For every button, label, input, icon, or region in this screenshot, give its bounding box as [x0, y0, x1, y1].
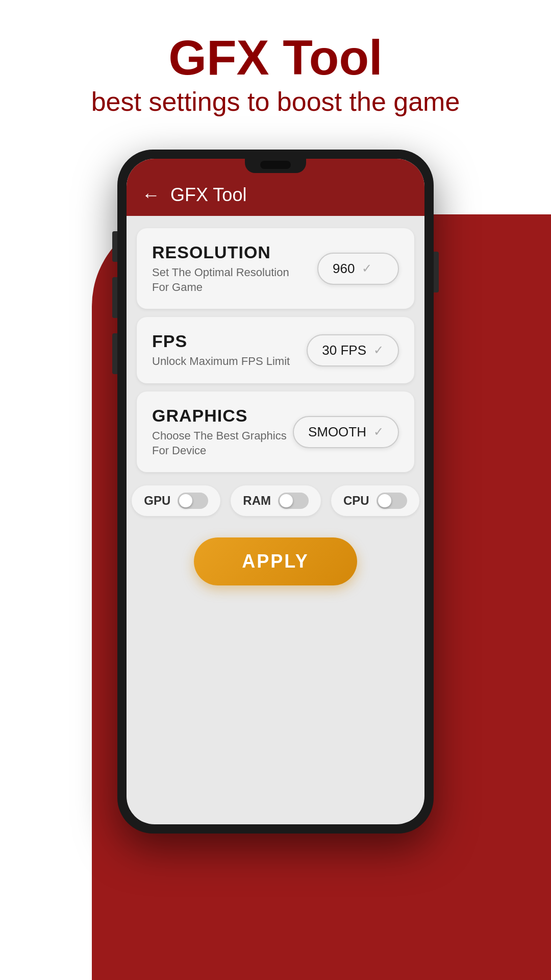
- header: GFX Tool best settings to boost the game: [0, 0, 551, 139]
- side-button-right: [434, 252, 439, 292]
- apply-button-container: APPLY: [137, 529, 414, 601]
- graphics-info: GRAPHICS Choose The Best Graphics For De…: [152, 406, 293, 458]
- cpu-toggle-item: CPU: [331, 485, 419, 516]
- cpu-label: CPU: [343, 494, 369, 508]
- resolution-check-icon: ✓: [362, 261, 372, 276]
- graphics-value: SMOOTH: [308, 424, 366, 440]
- phone-mockup: ← GFX Tool RESOLUTION Set The Optimal Re…: [117, 150, 434, 834]
- resolution-value: 960: [333, 261, 355, 277]
- content-area: RESOLUTION Set The Optimal Resolution Fo…: [127, 216, 424, 824]
- ram-toggle[interactable]: [278, 493, 309, 509]
- header-title: GFX Tool: [0, 31, 551, 85]
- apply-button[interactable]: APPLY: [194, 537, 357, 585]
- app-bar-title: GFX Tool: [170, 184, 246, 206]
- back-button[interactable]: ←: [142, 184, 160, 206]
- side-button-left-1: [112, 231, 117, 262]
- gpu-toggle[interactable]: [178, 493, 208, 509]
- fps-dropdown[interactable]: 30 FPS ✓: [307, 334, 399, 366]
- gpu-toggle-item: GPU: [132, 485, 220, 516]
- header-subtitle: best settings to boost the game: [0, 85, 551, 119]
- side-button-left-3: [112, 333, 117, 374]
- fps-title: FPS: [152, 331, 307, 351]
- fps-desc: Unlock Maximum FPS Limit: [152, 354, 295, 369]
- resolution-dropdown[interactable]: 960 ✓: [317, 253, 399, 285]
- resolution-card: RESOLUTION Set The Optimal Resolution Fo…: [137, 228, 414, 309]
- fps-value: 30 FPS: [322, 342, 366, 358]
- fps-check-icon: ✓: [373, 343, 384, 357]
- notch-inner: [260, 161, 291, 169]
- resolution-desc: Set The Optimal Resolution For Game: [152, 265, 295, 295]
- phone-screen: ← GFX Tool RESOLUTION Set The Optimal Re…: [127, 159, 424, 824]
- fps-info: FPS Unlock Maximum FPS Limit: [152, 331, 307, 369]
- fps-card: FPS Unlock Maximum FPS Limit 30 FPS ✓: [137, 317, 414, 383]
- ram-toggle-item: RAM: [231, 485, 321, 516]
- gpu-label: GPU: [144, 494, 170, 508]
- graphics-title: GRAPHICS: [152, 406, 293, 426]
- graphics-check-icon: ✓: [373, 425, 384, 439]
- ram-label: RAM: [243, 494, 271, 508]
- side-button-left-2: [112, 277, 117, 318]
- phone-container: ← GFX Tool RESOLUTION Set The Optimal Re…: [0, 139, 551, 834]
- toggle-row: GPU RAM CPU: [137, 480, 414, 521]
- phone-notch: [245, 159, 306, 173]
- graphics-card: GRAPHICS Choose The Best Graphics For De…: [137, 391, 414, 472]
- graphics-dropdown[interactable]: SMOOTH ✓: [293, 416, 399, 448]
- cpu-toggle[interactable]: [377, 493, 407, 509]
- resolution-info: RESOLUTION Set The Optimal Resolution Fo…: [152, 242, 317, 295]
- graphics-desc: Choose The Best Graphics For Device: [152, 429, 293, 458]
- resolution-title: RESOLUTION: [152, 242, 317, 262]
